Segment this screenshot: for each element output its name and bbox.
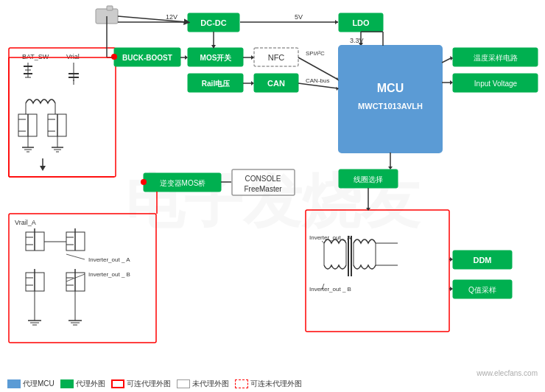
svg-text:Inverter_out _ A: Inverter_out _ A xyxy=(88,256,130,263)
svg-marker-128 xyxy=(185,55,188,60)
svg-text:Input Voltage: Input Voltage xyxy=(474,80,518,88)
legend-label-connectable-nonproxy: 可连未代理外图 xyxy=(250,379,302,389)
svg-text:CAN-bus: CAN-bus xyxy=(306,77,329,84)
legend-label-connectable-proxy: 可连代理外图 xyxy=(127,379,171,389)
legend-item-nonproxy: 未代理外图 xyxy=(177,379,229,389)
legend-label-mcu: 代理MCU xyxy=(23,379,54,389)
svg-text:LDO: LDO xyxy=(352,18,370,27)
legend-item-proxy: 代理外图 xyxy=(60,379,105,389)
svg-text:MOS开关: MOS开关 xyxy=(200,54,233,62)
svg-text:温度采样电路: 温度采样电路 xyxy=(474,54,518,62)
svg-text:CAN: CAN xyxy=(267,79,285,88)
svg-text:Inverter_out _ A: Inverter_out _ A xyxy=(309,234,351,241)
svg-text:线圈选择: 线圈选择 xyxy=(354,175,383,183)
svg-text:CONSOLE: CONSOLE xyxy=(245,175,281,183)
legend-box-proxy xyxy=(60,379,74,388)
svg-marker-142 xyxy=(450,80,453,85)
svg-rect-58 xyxy=(339,46,442,153)
legend-box-nonproxy xyxy=(177,379,190,388)
legend-item-mcu: 代理MCU xyxy=(7,379,54,389)
svg-point-69 xyxy=(141,179,147,185)
svg-line-96 xyxy=(66,254,85,259)
watermark: www.elecfans.com xyxy=(477,369,538,377)
svg-marker-153 xyxy=(450,257,453,262)
svg-text:Rail电压: Rail电压 xyxy=(202,80,231,88)
svg-marker-155 xyxy=(450,287,453,291)
legend-box-connectable-proxy xyxy=(111,379,124,388)
svg-text:BUCK-BOOST: BUCK-BOOST xyxy=(122,54,172,62)
svg-text:Q值采样: Q值采样 xyxy=(468,286,496,294)
svg-text:DC-DC: DC-DC xyxy=(200,18,226,27)
circuit-diagram: 电子发烧友 BAT_SW Vrial xyxy=(0,0,545,376)
svg-text:DDM: DDM xyxy=(473,256,491,265)
svg-text:SPI/I²C: SPI/I²C xyxy=(306,50,325,57)
svg-text:FreeMaster: FreeMaster xyxy=(244,185,282,193)
svg-text:12V: 12V xyxy=(166,13,177,21)
legend-item-connectable-nonproxy: 可连未代理外图 xyxy=(235,379,302,389)
legend: 代理MCU 代理外图 可连代理外图 未代理外图 可连未代理外图 xyxy=(7,379,302,389)
svg-text:NFC: NFC xyxy=(268,53,285,62)
legend-label-proxy: 代理外图 xyxy=(76,379,105,389)
svg-marker-47 xyxy=(335,20,338,24)
svg-line-131 xyxy=(298,57,338,80)
svg-line-133 xyxy=(298,83,338,88)
svg-text:Vrail_A: Vrail_A xyxy=(15,219,36,226)
diagram-container: 电子发烧友 BAT_SW Vrial xyxy=(0,0,545,392)
legend-label-nonproxy: 未代理外图 xyxy=(192,379,229,389)
svg-text:Vrial: Vrial xyxy=(66,53,80,60)
svg-rect-41 xyxy=(107,6,113,10)
svg-text:Inverter_out _ B: Inverter_out _ B xyxy=(309,286,351,293)
svg-marker-32 xyxy=(40,166,46,171)
svg-text:5V: 5V xyxy=(295,13,303,21)
legend-box-mcu xyxy=(7,379,21,388)
svg-text:Inverter_out _ B: Inverter_out _ B xyxy=(88,271,130,278)
legend-item-connectable-proxy: 可连代理外图 xyxy=(111,379,171,389)
svg-rect-1 xyxy=(9,48,116,177)
svg-point-35 xyxy=(111,54,117,60)
svg-line-117 xyxy=(322,241,324,243)
svg-marker-136 xyxy=(251,81,254,85)
svg-text:MWCT1013AVLH: MWCT1013AVLH xyxy=(358,102,423,111)
svg-marker-140 xyxy=(450,56,453,60)
svg-marker-158 xyxy=(185,20,188,24)
svg-text:逆变器MOS桥: 逆变器MOS桥 xyxy=(160,179,206,187)
svg-text:BAT_SW: BAT_SW xyxy=(22,53,49,60)
legend-box-connectable-nonproxy xyxy=(235,379,248,388)
svg-text:MCU: MCU xyxy=(377,82,404,94)
